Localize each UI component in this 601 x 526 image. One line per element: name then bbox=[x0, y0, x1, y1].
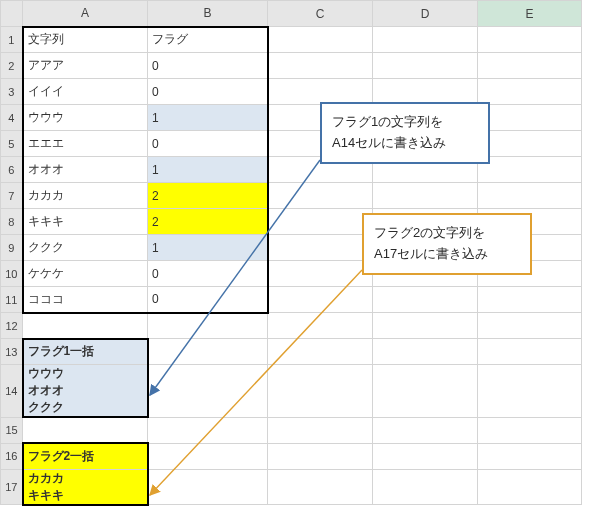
col-header-E[interactable]: E bbox=[478, 1, 582, 27]
cell[interactable] bbox=[373, 313, 478, 339]
cell[interactable] bbox=[268, 27, 373, 53]
cell-B3[interactable]: 0 bbox=[148, 79, 268, 105]
cell-A4[interactable]: ウウウ bbox=[23, 105, 148, 131]
cell-A10[interactable]: ケケケ bbox=[23, 261, 148, 287]
cell-B10[interactable]: 0 bbox=[148, 261, 268, 287]
row-header[interactable]: 16 bbox=[1, 443, 23, 469]
cell[interactable] bbox=[478, 79, 582, 105]
row-header[interactable]: 5 bbox=[1, 131, 23, 157]
cell-A16[interactable]: フラグ2一括 bbox=[23, 443, 148, 469]
row-header[interactable]: 10 bbox=[1, 261, 23, 287]
col-header-D[interactable]: D bbox=[373, 1, 478, 27]
row-header[interactable]: 17 bbox=[1, 469, 23, 505]
cell-A6[interactable]: オオオ bbox=[23, 157, 148, 183]
row-header[interactable]: 7 bbox=[1, 183, 23, 209]
callout-flag1-line2: A14セルに書き込み bbox=[332, 133, 478, 154]
cell[interactable] bbox=[268, 313, 373, 339]
row-header[interactable]: 12 bbox=[1, 313, 23, 339]
row-header[interactable]: 9 bbox=[1, 235, 23, 261]
cell[interactable] bbox=[268, 79, 373, 105]
corner-cell[interactable] bbox=[1, 1, 23, 27]
cell-A8[interactable]: キキキ bbox=[23, 209, 148, 235]
cell-A5[interactable]: エエエ bbox=[23, 131, 148, 157]
cell[interactable] bbox=[478, 157, 582, 183]
cell-B17[interactable] bbox=[148, 469, 268, 505]
row-header[interactable]: 6 bbox=[1, 157, 23, 183]
cell[interactable] bbox=[373, 365, 478, 418]
cell-B15[interactable] bbox=[148, 417, 268, 443]
row-header[interactable]: 1 bbox=[1, 27, 23, 53]
cell[interactable] bbox=[478, 27, 582, 53]
cell-B1[interactable]: フラグ bbox=[148, 27, 268, 53]
cell[interactable] bbox=[373, 183, 478, 209]
cell[interactable] bbox=[373, 27, 478, 53]
cell-B2[interactable]: 0 bbox=[148, 53, 268, 79]
cell[interactable] bbox=[478, 131, 582, 157]
row-header[interactable]: 14 bbox=[1, 365, 23, 418]
cell-A1[interactable]: 文字列 bbox=[23, 27, 148, 53]
row-header[interactable]: 13 bbox=[1, 339, 23, 365]
cell[interactable] bbox=[478, 287, 582, 313]
cell[interactable] bbox=[478, 53, 582, 79]
a17-line2: キキキ bbox=[28, 487, 143, 504]
a14-line1: ウウウ bbox=[28, 365, 143, 382]
cell[interactable] bbox=[268, 339, 373, 365]
cell[interactable] bbox=[268, 183, 373, 209]
cell-B12[interactable] bbox=[148, 313, 268, 339]
row-header[interactable]: 8 bbox=[1, 209, 23, 235]
cell[interactable] bbox=[373, 79, 478, 105]
cell-A3[interactable]: イイイ bbox=[23, 79, 148, 105]
cell-A11[interactable]: コココ bbox=[23, 287, 148, 313]
cell-A7[interactable]: カカカ bbox=[23, 183, 148, 209]
cell-A15[interactable] bbox=[23, 417, 148, 443]
cell-B8[interactable]: 2 bbox=[148, 209, 268, 235]
cell-B16[interactable] bbox=[148, 443, 268, 469]
cell-B5[interactable]: 0 bbox=[148, 131, 268, 157]
cell[interactable] bbox=[478, 339, 582, 365]
col-header-A[interactable]: A bbox=[23, 1, 148, 27]
cell-A2[interactable]: アアア bbox=[23, 53, 148, 79]
cell[interactable] bbox=[268, 365, 373, 418]
cell[interactable] bbox=[478, 443, 582, 469]
cell[interactable] bbox=[268, 443, 373, 469]
cell[interactable] bbox=[373, 287, 478, 313]
cell-A17[interactable]: カカカ キキキ bbox=[23, 469, 148, 505]
cell[interactable] bbox=[268, 287, 373, 313]
cell-B9[interactable]: 1 bbox=[148, 235, 268, 261]
cell-B4[interactable]: 1 bbox=[148, 105, 268, 131]
a14-line2: オオオ bbox=[28, 382, 143, 399]
row-header[interactable]: 3 bbox=[1, 79, 23, 105]
cell[interactable] bbox=[478, 417, 582, 443]
cell[interactable] bbox=[373, 443, 478, 469]
cell[interactable] bbox=[478, 365, 582, 418]
cell[interactable] bbox=[373, 339, 478, 365]
row-header[interactable]: 4 bbox=[1, 105, 23, 131]
cell[interactable] bbox=[268, 469, 373, 505]
cell[interactable] bbox=[373, 417, 478, 443]
cell-A14[interactable]: ウウウ オオオ ククク bbox=[23, 365, 148, 418]
cell[interactable] bbox=[478, 183, 582, 209]
cell-B11[interactable]: 0 bbox=[148, 287, 268, 313]
cell[interactable] bbox=[268, 235, 373, 261]
cell-A9[interactable]: ククク bbox=[23, 235, 148, 261]
cell[interactable] bbox=[268, 261, 373, 287]
cell[interactable] bbox=[478, 105, 582, 131]
cell[interactable] bbox=[268, 209, 373, 235]
cell-B13[interactable] bbox=[148, 339, 268, 365]
cell-A13[interactable]: フラグ1一括 bbox=[23, 339, 148, 365]
col-header-C[interactable]: C bbox=[268, 1, 373, 27]
cell[interactable] bbox=[268, 417, 373, 443]
cell[interactable] bbox=[478, 469, 582, 505]
cell[interactable] bbox=[478, 313, 582, 339]
row-header[interactable]: 2 bbox=[1, 53, 23, 79]
cell[interactable] bbox=[373, 53, 478, 79]
cell-B7[interactable]: 2 bbox=[148, 183, 268, 209]
cell-B14[interactable] bbox=[148, 365, 268, 418]
col-header-B[interactable]: B bbox=[148, 1, 268, 27]
row-header[interactable]: 11 bbox=[1, 287, 23, 313]
cell-A12[interactable] bbox=[23, 313, 148, 339]
cell[interactable] bbox=[268, 53, 373, 79]
row-header[interactable]: 15 bbox=[1, 417, 23, 443]
cell-B6[interactable]: 1 bbox=[148, 157, 268, 183]
cell[interactable] bbox=[373, 469, 478, 505]
